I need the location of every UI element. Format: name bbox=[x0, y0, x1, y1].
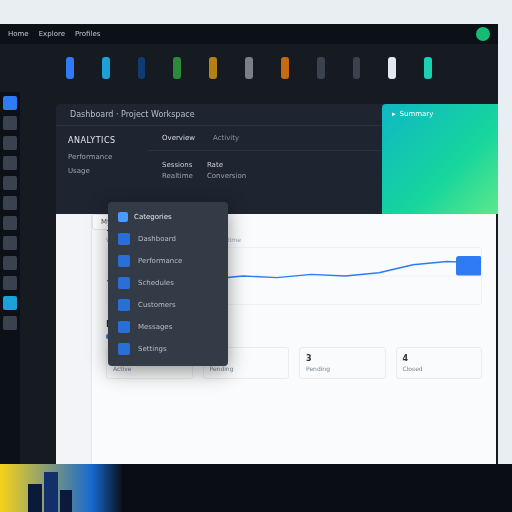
sidebar-item[interactable]: Performance bbox=[68, 153, 136, 161]
rail-icon[interactable] bbox=[3, 236, 17, 250]
app-icon-row bbox=[0, 44, 498, 92]
floating-menu-header: Categories bbox=[108, 208, 228, 228]
order-card[interactable]: 4Closed bbox=[396, 347, 483, 379]
rail-icon[interactable] bbox=[3, 216, 17, 230]
app-icon[interactable] bbox=[102, 57, 110, 79]
menu-item[interactable]: Messages bbox=[108, 316, 228, 338]
menu-item[interactable]: Customers bbox=[108, 294, 228, 316]
menu-item[interactable]: Dashboard bbox=[108, 228, 228, 250]
app-icon[interactable] bbox=[66, 57, 74, 79]
rail-icon[interactable] bbox=[3, 196, 17, 210]
left-rail bbox=[0, 92, 20, 464]
bottom-art-icon bbox=[28, 464, 88, 512]
rail-icon[interactable] bbox=[3, 316, 17, 330]
dark-panel-sidebar: ANALYTICS Performance Usage bbox=[56, 126, 148, 214]
bottom-bar bbox=[0, 464, 512, 512]
menu-item-icon bbox=[118, 299, 130, 311]
grid-icon bbox=[118, 212, 128, 222]
menu-item-icon bbox=[118, 277, 130, 289]
menu-item[interactable]: Schedules bbox=[108, 272, 228, 294]
menu-home[interactable]: Home bbox=[8, 30, 29, 38]
rail-icon[interactable] bbox=[3, 296, 17, 310]
sidebar-title: ANALYTICS bbox=[68, 136, 136, 145]
app-icon[interactable] bbox=[173, 57, 181, 79]
rail-icon[interactable] bbox=[3, 116, 17, 130]
menu-item-icon bbox=[118, 321, 130, 333]
app-icon[interactable] bbox=[209, 57, 217, 79]
app-icon[interactable] bbox=[353, 57, 361, 79]
app-icon[interactable] bbox=[138, 57, 146, 79]
rail-icon[interactable] bbox=[3, 136, 17, 150]
svg-rect-1 bbox=[28, 484, 42, 512]
menu-item[interactable]: Performance bbox=[108, 250, 228, 272]
tab-overview[interactable]: Overview bbox=[162, 134, 195, 142]
order-card[interactable]: 3Pending bbox=[299, 347, 386, 379]
sidebar-item[interactable]: Usage bbox=[68, 167, 136, 175]
app-icon[interactable] bbox=[317, 57, 325, 79]
rail-icon[interactable] bbox=[3, 176, 17, 190]
svg-rect-2 bbox=[44, 472, 58, 512]
menu-item-icon bbox=[118, 233, 130, 245]
rail-icon[interactable] bbox=[3, 256, 17, 270]
rail-icon[interactable] bbox=[3, 156, 17, 170]
rail-icon[interactable] bbox=[3, 276, 17, 290]
app-icon[interactable] bbox=[245, 57, 253, 79]
app-icon[interactable] bbox=[281, 57, 289, 79]
white-panel-rail bbox=[56, 214, 92, 464]
top-menubar: Home Explore Profiles bbox=[0, 24, 498, 44]
gradient-panel: ▸Summary bbox=[382, 104, 498, 214]
rail-icon[interactable] bbox=[3, 96, 17, 110]
menu-item[interactable]: Settings bbox=[108, 338, 228, 360]
tab-activity[interactable]: Activity bbox=[213, 134, 239, 142]
gradient-header: ▸Summary bbox=[382, 104, 498, 124]
menu-item-icon bbox=[118, 343, 130, 355]
app-icon[interactable] bbox=[424, 57, 432, 79]
menu-explore[interactable]: Explore bbox=[39, 30, 65, 38]
floating-menu: Categories DashboardPerformanceSchedules… bbox=[108, 202, 228, 366]
stat-card: Rate Conversion bbox=[207, 161, 246, 180]
app-icon[interactable] bbox=[388, 57, 396, 79]
menu-item-icon bbox=[118, 255, 130, 267]
menu-profiles[interactable]: Profiles bbox=[75, 30, 100, 38]
stat-card: Sessions Realtime bbox=[162, 161, 193, 180]
user-avatar[interactable] bbox=[476, 27, 490, 41]
svg-rect-3 bbox=[60, 490, 72, 512]
